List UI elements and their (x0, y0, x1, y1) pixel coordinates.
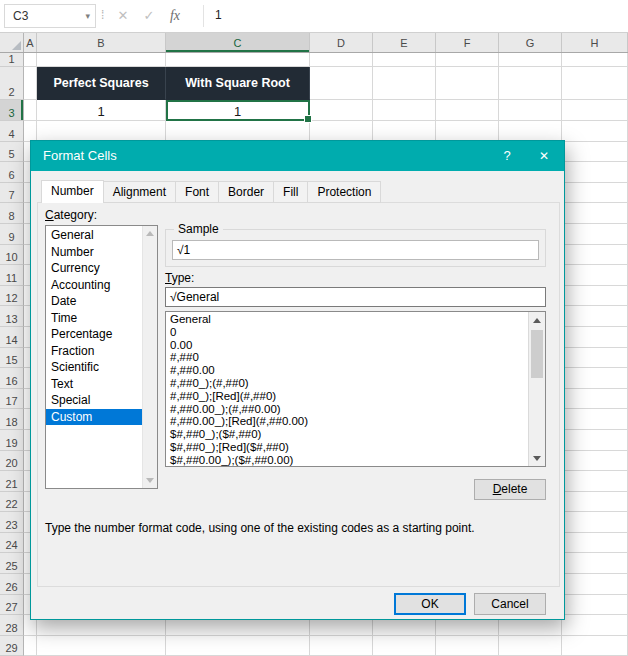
row-header-14[interactable]: 14 (0, 327, 24, 348)
row-header-29[interactable]: 29 (0, 636, 24, 656)
type-option-0[interactable]: General (166, 313, 528, 326)
cell-h1[interactable] (562, 53, 628, 67)
formula-cancel-icon[interactable]: ✕ (112, 0, 134, 32)
type-list[interactable]: General00.00#,##0#,##0.00#,##0_);(#,##0)… (165, 311, 546, 467)
column-header-c[interactable]: C (166, 33, 310, 52)
category-item-number[interactable]: Number (46, 244, 142, 261)
cell-h27[interactable] (562, 595, 628, 616)
cell-h9[interactable] (562, 224, 628, 245)
type-option-9[interactable]: $#,##0_);($#,##0) (166, 428, 528, 441)
cell-h2[interactable] (562, 67, 628, 100)
category-list[interactable]: GeneralNumberCurrencyAccountingDateTimeP… (45, 225, 158, 489)
row-header-23[interactable]: 23 (0, 512, 24, 533)
category-item-special[interactable]: Special (46, 392, 142, 409)
cell-f4[interactable] (436, 121, 499, 142)
row-header-2[interactable]: 2 (0, 67, 24, 100)
row-header-1[interactable]: 1 (0, 53, 24, 67)
category-item-time[interactable]: Time (46, 310, 142, 327)
scroll-up-icon[interactable] (146, 231, 154, 236)
column-header-e[interactable]: E (373, 33, 436, 52)
column-header-f[interactable]: F (436, 33, 499, 52)
row-header-28[interactable]: 28 (0, 615, 24, 636)
cell-g3[interactable] (499, 100, 562, 121)
cell-f2[interactable] (436, 67, 499, 100)
cell-d4[interactable] (310, 121, 373, 142)
type-option-5[interactable]: #,##0_);(#,##0) (166, 377, 528, 390)
delete-button[interactable]: Delete (474, 479, 546, 500)
scroll-down-icon[interactable] (146, 478, 154, 483)
cell-e29[interactable] (373, 636, 436, 656)
cell-h12[interactable] (562, 286, 628, 307)
cell-f3[interactable] (436, 100, 499, 121)
column-header-a[interactable]: A (24, 33, 37, 52)
cell-g1[interactable] (499, 53, 562, 67)
cancel-button[interactable]: Cancel (474, 593, 546, 615)
category-item-date[interactable]: Date (46, 293, 142, 310)
category-item-fraction[interactable]: Fraction (46, 343, 142, 360)
cell-h20[interactable] (562, 451, 628, 472)
row-header-8[interactable]: 8 (0, 203, 24, 224)
cell-h21[interactable] (562, 471, 628, 492)
cell-h19[interactable] (562, 430, 628, 451)
column-header-h[interactable]: H (562, 33, 628, 52)
row-header-24[interactable]: 24 (0, 533, 24, 554)
cell-f1[interactable] (436, 53, 499, 67)
cell-b1[interactable] (37, 53, 166, 67)
cell-e4[interactable] (373, 121, 436, 142)
cell-b4[interactable] (37, 121, 166, 142)
row-header-19[interactable]: 19 (0, 430, 24, 451)
cell-h22[interactable] (562, 492, 628, 513)
row-header-20[interactable]: 20 (0, 451, 24, 472)
cell-c2[interactable]: With Square Root (166, 67, 310, 100)
cell-e3[interactable] (373, 100, 436, 121)
row-header-6[interactable]: 6 (0, 162, 24, 183)
cell-h24[interactable] (562, 533, 628, 554)
cell-c29[interactable] (166, 636, 310, 656)
row-header-3[interactable]: 3 (0, 100, 24, 121)
cell-h26[interactable] (562, 574, 628, 595)
category-scrollbar[interactable] (142, 226, 157, 488)
cell-a2[interactable] (24, 67, 37, 100)
row-header-17[interactable]: 17 (0, 389, 24, 410)
cell-h18[interactable] (562, 409, 628, 430)
cell-h17[interactable] (562, 389, 628, 410)
category-item-text[interactable]: Text (46, 376, 142, 393)
cell-c1[interactable] (166, 53, 310, 67)
column-header-g[interactable]: G (499, 33, 562, 52)
dialog-close-icon[interactable]: ✕ (527, 141, 561, 171)
cell-g29[interactable] (499, 636, 562, 656)
formula-enter-icon[interactable]: ✓ (138, 0, 160, 32)
cell-h10[interactable] (562, 245, 628, 266)
dialog-title-bar[interactable]: Format Cells ? ✕ (31, 141, 564, 171)
scroll-up-button[interactable] (529, 312, 545, 328)
type-option-11[interactable]: $#,##0.00_);($#,##0.00) (166, 454, 528, 467)
type-input[interactable]: √General (165, 287, 546, 307)
cell-h5[interactable] (562, 142, 628, 163)
cell-a3[interactable] (24, 100, 37, 121)
cell-h14[interactable] (562, 327, 628, 348)
tab-font[interactable]: Font (175, 181, 219, 203)
type-option-8[interactable]: #,##0.00_);[Red](#,##0.00) (166, 415, 528, 428)
row-header-13[interactable]: 13 (0, 306, 24, 327)
row-header-21[interactable]: 21 (0, 471, 24, 492)
row-header-10[interactable]: 10 (0, 245, 24, 266)
cell-f29[interactable] (436, 636, 499, 656)
row-header-9[interactable]: 9 (0, 224, 24, 245)
category-item-scientific[interactable]: Scientific (46, 359, 142, 376)
category-item-custom[interactable]: Custom (46, 409, 142, 426)
name-box-dropdown-icon[interactable]: ▾ (85, 5, 90, 27)
type-option-3[interactable]: #,##0 (166, 351, 528, 364)
cell-h23[interactable] (562, 512, 628, 533)
cell-e2[interactable] (373, 67, 436, 100)
cell-d29[interactable] (310, 636, 373, 656)
cell-h15[interactable] (562, 348, 628, 369)
type-scrollbar[interactable] (528, 312, 545, 466)
row-header-18[interactable]: 18 (0, 409, 24, 430)
select-all-button[interactable] (0, 33, 24, 52)
column-header-d[interactable]: D (310, 33, 373, 52)
cell-h6[interactable] (562, 162, 628, 183)
cell-d1[interactable] (310, 53, 373, 67)
scrollbar-thumb[interactable] (531, 330, 543, 378)
cell-a4[interactable] (24, 121, 37, 142)
cell-h4[interactable] (562, 121, 628, 142)
